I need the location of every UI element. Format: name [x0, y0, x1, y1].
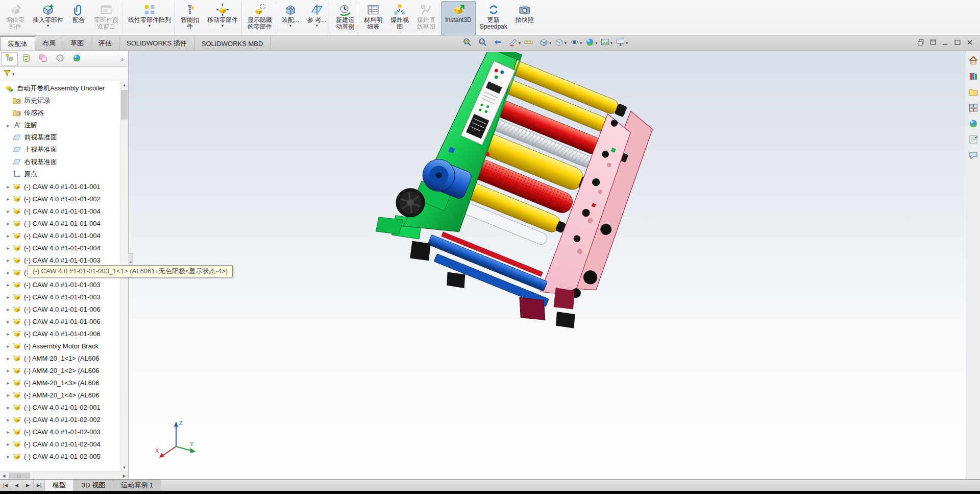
command-tab[interactable]: SOLIDWORKS 插件	[119, 36, 194, 51]
command-tab[interactable]: SOLIDWORKS MBD	[194, 36, 271, 51]
expand-arrow-icon[interactable]: ▸	[4, 270, 12, 275]
component-button[interactable]: ▸ (-) AMM-20_1<3> (AL606	[0, 377, 128, 389]
expand-arrow-icon[interactable]: ▸	[4, 196, 12, 202]
component-button[interactable]: ▸ (-) AMM-20_1<1> (AL606	[0, 352, 128, 364]
component-button[interactable]: ▸ (-) CAW 4.0 #1-01-01-001	[0, 180, 128, 193]
view-palette-button[interactable]	[968, 103, 979, 114]
command-tab[interactable]: 装配体	[0, 36, 35, 51]
next-tab-button[interactable]: ▶	[22, 480, 34, 491]
expand-arrow-icon[interactable]: ▸	[4, 356, 12, 361]
expand-arrow-icon[interactable]: ▸	[4, 257, 12, 263]
edit-appearance-button[interactable]: ▾	[584, 37, 598, 50]
component-button[interactable]: ▸ (-) CAW 4.0 #1-01-01-006	[0, 315, 128, 327]
filter-caret-icon[interactable]: ▾	[12, 72, 15, 77]
panel-expand-chevron-icon[interactable]: ›	[118, 53, 127, 64]
dropdown-caret-icon[interactable]: ▾	[519, 41, 521, 45]
close-window-button[interactable]	[966, 38, 974, 46]
component-button[interactable]: ▸ (-) AMM-20_1<2> (AL606	[0, 364, 128, 377]
expand-arrow-icon[interactable]: ▸	[4, 454, 12, 459]
zoom-fit-button[interactable]: ▾	[462, 37, 475, 50]
dropdown-caret-icon[interactable]: ▾	[595, 41, 597, 45]
expand-arrow-icon[interactable]: ▸	[4, 245, 12, 251]
last-tab-button[interactable]: ▶|	[34, 480, 45, 491]
smart-fasteners-button[interactable]: 智能扣 件 ▾	[177, 1, 203, 35]
scrollbar-thumb[interactable]	[121, 90, 128, 120]
propertymanager-button[interactable]	[18, 52, 35, 65]
component-button[interactable]: ▸ (-) Assembly Motor Brack	[0, 340, 128, 352]
component-button[interactable]: ▸ (-) CAW 4.0 #1-01-01-004	[0, 229, 128, 242]
expand-arrow-icon[interactable]: ▸	[4, 233, 12, 239]
scroll-left-icon[interactable]: ◀	[0, 472, 8, 479]
edit-component-button[interactable]: 编辑零 部件 ▾	[2, 1, 29, 35]
dropdown-caret-icon[interactable]: ▾	[565, 41, 567, 45]
dropdown-caret-icon[interactable]: ▾	[47, 23, 50, 28]
first-tab-button[interactable]: |◀	[0, 480, 11, 491]
filter-funnel-icon[interactable]	[3, 68, 12, 80]
dropdown-caret-icon[interactable]: ▾	[222, 23, 224, 28]
cascade-window-button[interactable]	[917, 38, 925, 46]
dropdown-caret-icon[interactable]: ▾	[626, 41, 628, 45]
section-view-button[interactable]: ▾	[508, 37, 521, 50]
dimxpertmanager-button[interactable]	[52, 52, 68, 65]
bill-of-materials-button[interactable]: 材料明 细表 ▾	[360, 1, 386, 35]
component-preview-button[interactable]: 零部件预 览窗口 ▾	[90, 1, 122, 35]
expand-arrow-icon[interactable]: ▸	[4, 368, 12, 373]
component-button[interactable]: ▸ (-) CAW 4.0 #1-01-01-003	[0, 291, 128, 303]
previous-view-button[interactable]: ▾	[493, 37, 506, 50]
show-hidden-button[interactable]: 显示隐藏 的零部件 ▾	[243, 1, 276, 35]
expand-arrow-icon[interactable]: ▸	[4, 380, 12, 386]
tree-horizontal-scrollbar[interactable]: ◀ ||| ▶	[0, 472, 128, 480]
component-button[interactable]: ▸ (-) CAW 4.0 #1-01-01-003	[0, 254, 128, 266]
dropdown-caret-icon[interactable]: ▾	[315, 23, 318, 28]
component-button[interactable]: ▸ (-) CAW 4.0 #1-01-01-006	[0, 327, 128, 340]
expand-arrow-icon[interactable]: ▸	[4, 282, 12, 288]
scroll-right-icon[interactable]: ▶	[120, 472, 128, 479]
insert-component-button[interactable]: 插入零部件 ▾	[29, 1, 67, 35]
scroll-down-icon[interactable]: ▼	[120, 464, 128, 472]
document-tab[interactable]: 3D 视图	[74, 480, 113, 491]
linear-pattern-button[interactable]: 线性零部件阵列 ▾	[124, 1, 175, 35]
expand-arrow-icon[interactable]: ▸	[4, 184, 12, 190]
move-component-button[interactable]: 移动零部件 ▾	[203, 1, 242, 35]
minimize-window-button[interactable]	[941, 38, 949, 46]
expand-arrow-icon[interactable]: ▸	[4, 405, 12, 410]
reference-geometry-button[interactable]: 参 考... ▾	[303, 1, 330, 35]
displaymanager-button[interactable]	[68, 52, 85, 65]
display-style-button[interactable]: ▾	[554, 37, 567, 50]
dropdown-caret-icon[interactable]: ▾	[549, 41, 551, 45]
dropdown-caret-icon[interactable]: ▾	[610, 41, 612, 45]
assembly-3d-model[interactable]	[356, 52, 703, 379]
expand-arrow-icon[interactable]: ▸	[4, 123, 12, 128]
expand-arrow-icon[interactable]: ▸	[4, 392, 12, 398]
component-button[interactable]: ▸ (-) CAW 4.0 #1-01-02-005	[0, 450, 128, 462]
component-button[interactable]: ▸ (-) CAW 4.0 #1-01-02-004	[0, 438, 128, 450]
take-snapshot-button[interactable]: 拍快照 ▾	[511, 1, 538, 35]
assembly-features-button[interactable]: 装配... ▾	[278, 1, 303, 35]
exploded-view-button[interactable]: 爆炸视 图 ▾	[386, 1, 413, 35]
expand-arrow-icon[interactable]: ▸	[4, 417, 12, 422]
view-settings-button[interactable]: ▾	[615, 37, 628, 50]
measure-button[interactable]: ▾	[523, 37, 536, 50]
instant3d-button[interactable]: Instant3D ▾	[441, 1, 475, 35]
expand-arrow-icon[interactable]: ▸	[4, 331, 12, 337]
expand-arrow-icon[interactable]: ▸	[4, 319, 12, 324]
plane-button[interactable]: ▸ 上视基准面	[0, 144, 128, 156]
component-button[interactable]: ▸ (-) CAW 4.0 #1-01-01-002	[0, 193, 128, 205]
configurationmanager-button[interactable]	[35, 52, 52, 65]
update-speedpak-button[interactable]: 更新 Speedpak ▾	[476, 1, 511, 35]
component-button[interactable]: ▸ (-) CAW 4.0 #1-01-01-003	[0, 278, 128, 291]
hide-show-items-button[interactable]: ▾	[569, 37, 582, 50]
design-library-button[interactable]	[968, 72, 979, 83]
custom-properties-button[interactable]	[968, 135, 979, 146]
mate-button[interactable]: 配合 ▾	[67, 1, 90, 35]
appearances-scenes-button[interactable]	[968, 119, 979, 130]
dropdown-caret-icon[interactable]: ▾	[149, 23, 151, 28]
component-button[interactable]: ▸ (-) AMM-20_1<4> (AL606	[0, 389, 128, 401]
expand-arrow-icon[interactable]: ▸	[4, 441, 12, 447]
dropdown-caret-icon[interactable]: ▾	[580, 41, 582, 45]
component-button[interactable]: ▸ (-) CAW 4.0 #1-01-02-001	[0, 401, 128, 413]
apply-scene-button[interactable]: ▾	[600, 37, 613, 50]
annotations-button[interactable]: ▸ 注解	[0, 119, 128, 131]
sensors-folder-button[interactable]: ▸ 传感器	[0, 107, 128, 119]
document-tab[interactable]: 模型	[45, 480, 74, 491]
